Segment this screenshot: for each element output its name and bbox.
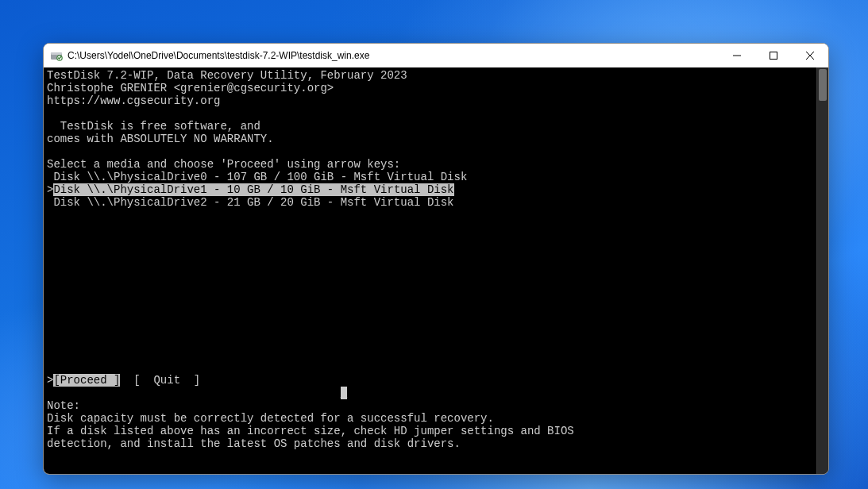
close-button[interactable]: [792, 44, 828, 67]
maximize-icon: [770, 52, 777, 60]
info-line: comes with ABSOLUTELY NO WARRANTY.: [44, 133, 828, 145]
blank-line: [44, 336, 828, 348]
svg-rect-4: [770, 52, 777, 60]
minimize-button[interactable]: [719, 44, 755, 67]
titlebar[interactable]: C:\Users\Yodel\OneDrive\Documents\testdi…: [44, 44, 828, 67]
scrollbar[interactable]: [816, 67, 828, 474]
cursor-line: _: [44, 387, 828, 399]
disk-option-2[interactable]: Disk \\.\PhysicalDrive2 - 21 GB / 20 GiB…: [44, 196, 828, 209]
blank-line: [44, 234, 828, 247]
console-area[interactable]: TestDisk 7.2-WIP, Data Recovery Utility,…: [44, 67, 828, 474]
cursor-icon: _: [341, 387, 347, 399]
window-title: C:\Users\Yodel\OneDrive\Documents\testdi…: [68, 50, 719, 61]
blank-line: [44, 107, 828, 120]
blank-line: [44, 272, 828, 285]
menu-row: >[Proceed ] [ Quit ]: [44, 374, 828, 387]
blank-line: [44, 298, 828, 310]
info-line: TestDisk is free software, and: [44, 120, 828, 133]
blank-line: [44, 348, 828, 361]
disk-text: Disk \\.\PhysicalDrive2 - 21 GB / 20 GiB…: [47, 196, 453, 209]
blank-line: [44, 260, 828, 272]
close-icon: [806, 52, 814, 60]
app-icon: [50, 49, 63, 62]
header-line: https://www.cgsecurity.org: [44, 94, 828, 107]
minimize-icon: [733, 52, 741, 60]
header-line: TestDisk 7.2-WIP, Data Recovery Utility,…: [44, 69, 828, 82]
note-line: Disk capacity must be correctly detected…: [44, 412, 828, 425]
quit-option[interactable]: [ Quit ]: [133, 374, 200, 387]
proceed-option[interactable]: [Proceed ]: [53, 374, 120, 387]
disk-text: Disk \\.\PhysicalDrive0 - 107 GB / 100 G…: [47, 171, 467, 183]
disk-text: Disk \\.\PhysicalDrive1 - 10 GB / 10 GiB…: [53, 183, 453, 196]
blank-line: [44, 209, 828, 221]
maximize-button[interactable]: [755, 44, 792, 67]
disk-option-0[interactable]: Disk \\.\PhysicalDrive0 - 107 GB / 100 G…: [44, 171, 828, 183]
note-line: If a disk listed above has an incorrect …: [44, 425, 828, 437]
window-controls: [719, 44, 828, 67]
note-title: Note:: [44, 399, 828, 412]
blank-line: [44, 145, 828, 158]
svg-rect-1: [51, 52, 62, 55]
blank-line: [44, 221, 828, 234]
blank-line: [44, 247, 828, 260]
prompt-line: Select a media and choose 'Proceed' usin…: [44, 158, 828, 171]
scrollbar-thumb[interactable]: [819, 69, 827, 101]
note-line: detection, and install the latest OS pat…: [44, 437, 828, 450]
disk-option-1[interactable]: >Disk \\.\PhysicalDrive1 - 10 GB / 10 Gi…: [44, 183, 828, 196]
blank-line: [44, 310, 828, 323]
blank-line: [44, 361, 828, 374]
blank-line: [44, 285, 828, 298]
blank-line: [44, 323, 828, 336]
app-window: C:\Users\Yodel\OneDrive\Documents\testdi…: [43, 43, 829, 475]
header-line: Christophe GRENIER <grenier@cgsecurity.o…: [44, 82, 828, 94]
